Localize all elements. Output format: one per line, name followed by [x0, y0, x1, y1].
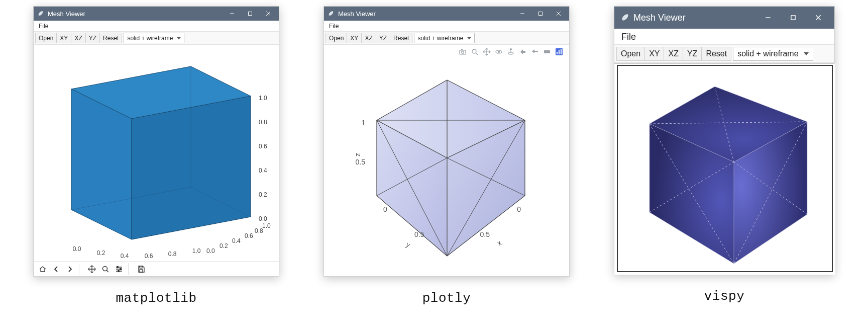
reset-button[interactable]: Reset: [390, 33, 412, 43]
render-mode-select[interactable]: solid + wireframe: [414, 33, 475, 43]
y-tick: 0.6: [245, 232, 253, 239]
reset-button[interactable]: Reset: [99, 33, 122, 43]
feather-icon: [619, 13, 629, 23]
menu-file[interactable]: File: [326, 22, 342, 30]
view-xz-button[interactable]: XZ: [664, 47, 683, 61]
z-tick: 0.2: [259, 191, 267, 198]
menubar: File: [324, 21, 569, 32]
view-yz-button[interactable]: YZ: [85, 33, 100, 43]
x-tick: 0.8: [168, 251, 177, 258]
panel-caption: plotly: [422, 291, 471, 306]
svg-point-44: [462, 51, 464, 54]
z-tick: 1.0: [259, 95, 267, 102]
close-button[interactable]: [260, 7, 277, 21]
minimize-button[interactable]: [514, 7, 531, 21]
x-tick: 0.5: [480, 230, 490, 238]
svg-rect-45: [461, 49, 463, 50]
panel-matplotlib: Mesh Viewer File Open XY XZ YZ Reset sol…: [33, 6, 279, 306]
toolbar-separator: [128, 263, 132, 275]
close-button[interactable]: [550, 7, 567, 21]
maximize-button[interactable]: [532, 7, 549, 21]
svg-rect-1: [249, 12, 252, 16]
render-mode-select[interactable]: solid + wireframe: [733, 47, 813, 61]
view-yz-button[interactable]: YZ: [683, 47, 702, 61]
mpl-nav-toolbar: [34, 261, 279, 276]
figure-canvas[interactable]: [614, 63, 834, 274]
menu-file[interactable]: File: [36, 22, 51, 30]
panel-caption: matplotlib: [116, 291, 196, 306]
view-yz-button[interactable]: YZ: [376, 33, 390, 43]
plotly-modebar: [459, 48, 563, 56]
view-xz-button[interactable]: XZ: [361, 33, 376, 43]
panel-caption: vispy: [704, 289, 745, 304]
x-axis-label: x: [496, 238, 503, 247]
open-button[interactable]: Open: [616, 47, 645, 61]
y-tick: 0.4: [232, 237, 241, 244]
pan-icon[interactable]: [483, 48, 491, 56]
plotly-logo-icon[interactable]: [555, 48, 563, 56]
zoom-icon[interactable]: [98, 263, 113, 275]
svg-point-46: [472, 49, 476, 53]
z-tick: 1: [361, 119, 365, 127]
svg-point-29: [103, 266, 107, 271]
forward-icon[interactable]: [63, 263, 77, 275]
svg-rect-38: [140, 270, 143, 272]
reset-camera-icon[interactable]: [519, 48, 527, 56]
y-tick: 0.0: [206, 247, 215, 255]
panel-vispy: Mesh Viewer File Open XY XZ YZ Reset sol…: [614, 6, 835, 304]
camera-icon[interactable]: [459, 48, 467, 56]
view-xz-button[interactable]: XZ: [71, 33, 85, 43]
x-tick: 0.0: [73, 245, 81, 253]
x-tick: 0: [517, 205, 521, 213]
render-mode-select[interactable]: solid + wireframe: [124, 33, 184, 43]
minimize-button[interactable]: [756, 7, 780, 29]
x-tick: 0.6: [145, 253, 153, 260]
menu-file[interactable]: File: [618, 31, 639, 43]
maximize-button[interactable]: [781, 7, 805, 29]
turntable-icon[interactable]: [507, 48, 515, 56]
toggle-spike-icon[interactable]: [543, 48, 551, 56]
save-icon[interactable]: [134, 263, 148, 275]
svg-point-34: [117, 266, 119, 268]
z-tick: 0.0: [259, 215, 267, 222]
window-plotly: Mesh Viewer File Open XY XZ YZ Reset sol…: [323, 6, 570, 277]
svg-rect-70: [791, 16, 795, 20]
configure-icon[interactable]: [112, 263, 126, 275]
view-xy-button[interactable]: XY: [56, 33, 71, 43]
titlebar[interactable]: Mesh Viewer: [614, 7, 834, 29]
window-title: Mesh Viewer: [338, 10, 510, 18]
z-tick: 0.4: [259, 167, 267, 174]
feather-icon: [37, 10, 44, 17]
pan-icon[interactable]: [85, 263, 99, 275]
svg-rect-37: [140, 266, 142, 268]
toolbar-separator: [79, 263, 83, 275]
window-matplotlib: Mesh Viewer File Open XY XZ YZ Reset sol…: [33, 6, 279, 277]
view-xy-button[interactable]: XY: [347, 33, 362, 43]
svg-rect-52: [544, 50, 550, 53]
svg-rect-40: [539, 12, 542, 16]
back-icon[interactable]: [49, 263, 63, 275]
svg-line-47: [476, 53, 478, 55]
svg-point-36: [118, 270, 120, 272]
open-button[interactable]: Open: [35, 33, 57, 43]
z-tick: 0.5: [356, 158, 366, 166]
home-icon[interactable]: [36, 263, 50, 275]
view-xy-button[interactable]: XY: [644, 47, 664, 61]
reset-last-icon[interactable]: [531, 48, 539, 56]
window-title: Mesh Viewer: [48, 10, 220, 18]
figure-canvas[interactable]: 0.0 0.2 0.4 0.6 0.8 1.0 0.0 0.2 0.4 0.6 …: [34, 45, 279, 261]
reset-button[interactable]: Reset: [701, 47, 731, 61]
y-tick: 1.0: [262, 222, 271, 229]
svg-point-35: [120, 268, 122, 270]
open-button[interactable]: Open: [325, 33, 347, 43]
close-button[interactable]: [806, 7, 830, 29]
x-tick: 0.4: [121, 253, 129, 260]
orbit-icon[interactable]: [495, 48, 503, 56]
titlebar[interactable]: Mesh Viewer: [34, 7, 279, 21]
zoom-icon[interactable]: [471, 48, 479, 56]
titlebar[interactable]: Mesh Viewer: [324, 7, 569, 21]
maximize-button[interactable]: [242, 7, 259, 21]
figure-canvas[interactable]: z 1 0.5 y 0 0.5 x 0 0.5: [324, 45, 569, 276]
minimize-button[interactable]: [224, 7, 241, 21]
y-axis-label: y: [405, 240, 412, 249]
